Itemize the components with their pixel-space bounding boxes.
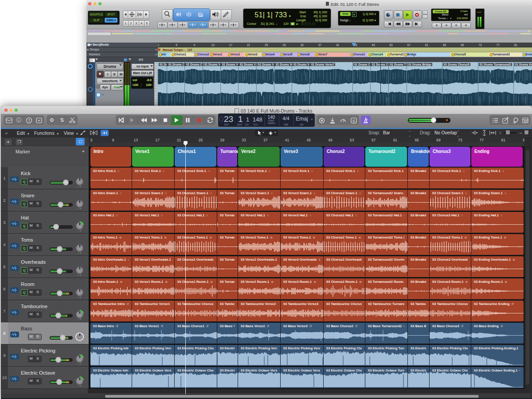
svg-text:S: S	[352, 119, 355, 123]
svg-text:?: ?	[28, 118, 30, 123]
